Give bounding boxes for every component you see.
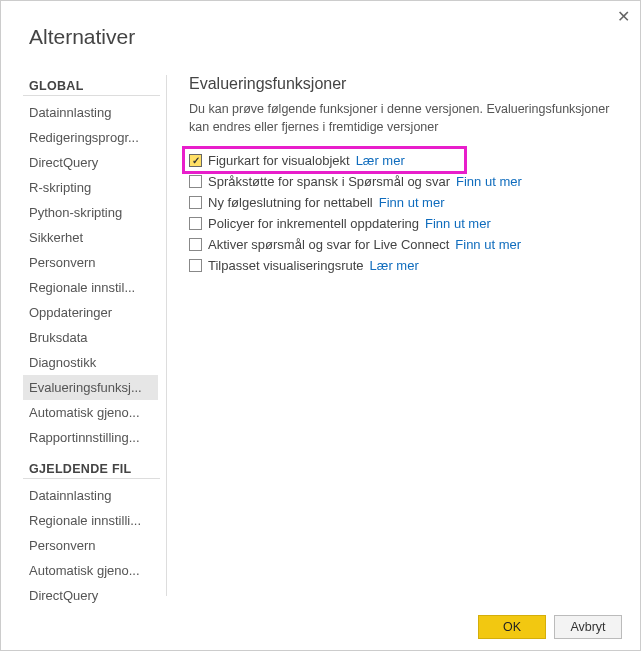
- sidebar-item[interactable]: Python-skripting: [23, 200, 158, 225]
- checkbox[interactable]: [189, 196, 202, 209]
- cancel-button[interactable]: Avbryt: [554, 615, 622, 639]
- learn-more-link[interactable]: Finn ut mer: [425, 216, 491, 231]
- option-row: Ny følgeslutning for nettabellFinn ut me…: [189, 192, 616, 213]
- dialog-title: Alternativer: [1, 1, 640, 67]
- sidebar-item[interactable]: Automatisk gjeno...: [23, 558, 158, 583]
- options-list: Figurkart for visualobjektLær merSpråkst…: [189, 150, 616, 276]
- sidebar-item[interactable]: Oppdateringer: [23, 300, 158, 325]
- sidebar-item[interactable]: Bruksdata: [23, 325, 158, 350]
- option-label: Tilpasset visualiseringsrute: [208, 258, 364, 273]
- option-row: Figurkart for visualobjektLær mer: [189, 150, 616, 171]
- checkbox[interactable]: [189, 217, 202, 230]
- option-row: Tilpasset visualiseringsruteLær mer: [189, 255, 616, 276]
- ok-button[interactable]: OK: [478, 615, 546, 639]
- option-label: Aktiver spørsmål og svar for Live Connec…: [208, 237, 449, 252]
- learn-more-link[interactable]: Finn ut mer: [379, 195, 445, 210]
- sidebar-item[interactable]: Rapportinnstilling...: [23, 425, 158, 450]
- sidebar-item[interactable]: Personvern: [23, 250, 158, 275]
- sidebar-item[interactable]: Personvern: [23, 533, 158, 558]
- checkbox[interactable]: [189, 259, 202, 272]
- options-dialog: ✕ Alternativer GLOBALDatainnlastingRedig…: [0, 0, 641, 651]
- learn-more-link[interactable]: Finn ut mer: [455, 237, 521, 252]
- section-description: Du kan prøve følgende funksjoner i denne…: [189, 101, 616, 136]
- checkbox[interactable]: [189, 238, 202, 251]
- sidebar: GLOBALDatainnlastingRedigeringsprogr...D…: [1, 67, 166, 604]
- sidebar-item[interactable]: DirectQuery: [23, 583, 158, 604]
- group-header-global: GLOBAL: [23, 67, 160, 96]
- option-row: Policyer for inkrementell oppdateringFin…: [189, 213, 616, 234]
- sidebar-item[interactable]: Datainnlasting: [23, 100, 158, 125]
- sidebar-item[interactable]: Datainnlasting: [23, 483, 158, 508]
- option-label: Språkstøtte for spansk i Spørsmål og sva…: [208, 174, 450, 189]
- sidebar-item[interactable]: Regionale innstilli...: [23, 508, 158, 533]
- learn-more-link[interactable]: Finn ut mer: [456, 174, 522, 189]
- option-row: Språkstøtte for spansk i Spørsmål og sva…: [189, 171, 616, 192]
- sidebar-item[interactable]: Redigeringsprogr...: [23, 125, 158, 150]
- option-row: Aktiver spørsmål og svar for Live Connec…: [189, 234, 616, 255]
- group-header-current-file: GJELDENDE FIL: [23, 450, 160, 479]
- sidebar-item[interactable]: Regionale innstil...: [23, 275, 158, 300]
- option-label: Ny følgeslutning for nettabell: [208, 195, 373, 210]
- learn-more-link[interactable]: Lær mer: [370, 258, 419, 273]
- sidebar-item[interactable]: R-skripting: [23, 175, 158, 200]
- option-label: Figurkart for visualobjekt: [208, 153, 350, 168]
- option-label: Policyer for inkrementell oppdatering: [208, 216, 419, 231]
- checkbox[interactable]: [189, 175, 202, 188]
- sidebar-item[interactable]: DirectQuery: [23, 150, 158, 175]
- learn-more-link[interactable]: Lær mer: [356, 153, 405, 168]
- sidebar-item[interactable]: Diagnostikk: [23, 350, 158, 375]
- checkbox[interactable]: [189, 154, 202, 167]
- close-icon[interactable]: ✕: [617, 7, 630, 26]
- section-title: Evalueringsfunksjoner: [189, 75, 616, 93]
- sidebar-item[interactable]: Evalueringsfunksj...: [23, 375, 158, 400]
- sidebar-item[interactable]: Automatisk gjeno...: [23, 400, 158, 425]
- dialog-body: GLOBALDatainnlastingRedigeringsprogr...D…: [1, 67, 640, 650]
- content-panel: Evalueringsfunksjoner Du kan prøve følge…: [167, 67, 640, 604]
- sidebar-item[interactable]: Sikkerhet: [23, 225, 158, 250]
- dialog-footer: OK Avbryt: [1, 604, 640, 650]
